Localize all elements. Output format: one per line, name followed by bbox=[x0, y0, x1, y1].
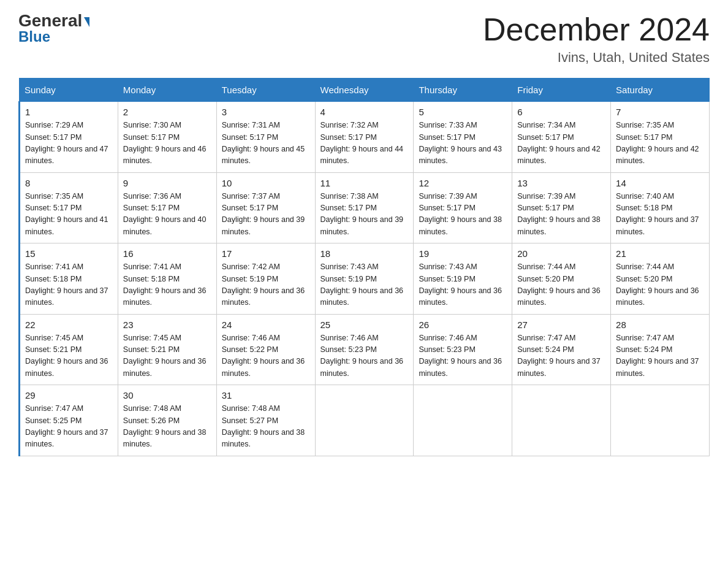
day-number: 1 bbox=[25, 107, 113, 117]
table-row: 22Sunrise: 7:45 AMSunset: 5:21 PMDayligh… bbox=[20, 314, 118, 385]
day-number: 3 bbox=[222, 107, 310, 117]
day-number: 6 bbox=[517, 107, 605, 117]
day-number: 23 bbox=[123, 320, 211, 330]
day-info: Sunrise: 7:48 AMSunset: 5:27 PMDaylight:… bbox=[222, 403, 310, 451]
day-number: 4 bbox=[320, 107, 409, 117]
day-info: Sunrise: 7:29 AMSunset: 5:17 PMDaylight:… bbox=[25, 120, 113, 167]
day-number: 7 bbox=[616, 107, 704, 117]
day-number: 25 bbox=[320, 320, 409, 330]
day-info: Sunrise: 7:45 AMSunset: 5:21 PMDaylight:… bbox=[123, 332, 211, 380]
day-number: 11 bbox=[320, 178, 409, 188]
table-row: 19Sunrise: 7:43 AMSunset: 5:19 PMDayligh… bbox=[414, 243, 512, 315]
day-number: 18 bbox=[320, 248, 409, 259]
table-row bbox=[611, 385, 710, 456]
table-row: 3Sunrise: 7:31 AMSunset: 5:17 PMDaylight… bbox=[216, 102, 315, 173]
table-row: 26Sunrise: 7:46 AMSunset: 5:23 PMDayligh… bbox=[414, 314, 512, 385]
calendar-week-5: 29Sunrise: 7:47 AMSunset: 5:25 PMDayligh… bbox=[20, 385, 710, 456]
header-tuesday: Tuesday bbox=[216, 79, 315, 102]
day-info: Sunrise: 7:33 AMSunset: 5:17 PMDaylight:… bbox=[419, 120, 507, 167]
calendar-week-1: 1Sunrise: 7:29 AMSunset: 5:17 PMDaylight… bbox=[20, 102, 710, 173]
day-number: 14 bbox=[616, 178, 704, 188]
table-row: 16Sunrise: 7:41 AMSunset: 5:18 PMDayligh… bbox=[118, 243, 216, 315]
table-row: 18Sunrise: 7:43 AMSunset: 5:19 PMDayligh… bbox=[315, 243, 414, 315]
header-saturday: Saturday bbox=[611, 79, 710, 102]
day-number: 19 bbox=[419, 248, 507, 259]
day-info: Sunrise: 7:41 AMSunset: 5:18 PMDaylight:… bbox=[123, 261, 211, 309]
table-row: 14Sunrise: 7:40 AMSunset: 5:18 PMDayligh… bbox=[611, 172, 710, 243]
day-number: 9 bbox=[123, 178, 211, 188]
day-info: Sunrise: 7:47 AMSunset: 5:24 PMDaylight:… bbox=[517, 332, 605, 380]
day-number: 24 bbox=[222, 320, 310, 330]
logo-general-text: General bbox=[18, 12, 82, 29]
table-row: 28Sunrise: 7:47 AMSunset: 5:24 PMDayligh… bbox=[611, 314, 710, 385]
day-info: Sunrise: 7:47 AMSunset: 5:25 PMDaylight:… bbox=[25, 403, 113, 451]
calendar-week-2: 8Sunrise: 7:35 AMSunset: 5:17 PMDaylight… bbox=[20, 172, 710, 243]
day-info: Sunrise: 7:34 AMSunset: 5:17 PMDaylight:… bbox=[517, 120, 605, 167]
calendar-header-row: SundayMondayTuesdayWednesdayThursdayFrid… bbox=[20, 79, 710, 102]
table-row: 2Sunrise: 7:30 AMSunset: 5:17 PMDaylight… bbox=[118, 102, 216, 173]
calendar-title: December 2024 bbox=[483, 12, 710, 47]
table-row: 1Sunrise: 7:29 AMSunset: 5:17 PMDaylight… bbox=[20, 102, 118, 173]
day-info: Sunrise: 7:31 AMSunset: 5:17 PMDaylight:… bbox=[222, 120, 310, 167]
day-number: 5 bbox=[419, 107, 507, 117]
header-monday: Monday bbox=[118, 79, 216, 102]
header-wednesday: Wednesday bbox=[315, 79, 414, 102]
day-info: Sunrise: 7:38 AMSunset: 5:17 PMDaylight:… bbox=[320, 191, 409, 239]
table-row bbox=[512, 385, 611, 456]
title-section: December 2024 Ivins, Utah, United States bbox=[483, 12, 710, 66]
day-info: Sunrise: 7:46 AMSunset: 5:22 PMDaylight:… bbox=[222, 332, 310, 380]
day-info: Sunrise: 7:44 AMSunset: 5:20 PMDaylight:… bbox=[517, 261, 605, 309]
day-number: 2 bbox=[123, 107, 211, 117]
day-number: 27 bbox=[517, 320, 605, 330]
day-info: Sunrise: 7:39 AMSunset: 5:17 PMDaylight:… bbox=[419, 191, 507, 239]
table-row: 13Sunrise: 7:39 AMSunset: 5:17 PMDayligh… bbox=[512, 172, 611, 243]
table-row: 15Sunrise: 7:41 AMSunset: 5:18 PMDayligh… bbox=[20, 243, 118, 315]
logo-arrow-icon bbox=[84, 17, 89, 27]
day-info: Sunrise: 7:43 AMSunset: 5:19 PMDaylight:… bbox=[419, 261, 507, 309]
table-row: 8Sunrise: 7:35 AMSunset: 5:17 PMDaylight… bbox=[20, 172, 118, 243]
logo-blue-text: Blue bbox=[18, 29, 89, 44]
day-number: 29 bbox=[25, 390, 113, 400]
day-info: Sunrise: 7:47 AMSunset: 5:24 PMDaylight:… bbox=[616, 332, 704, 380]
table-row: 11Sunrise: 7:38 AMSunset: 5:17 PMDayligh… bbox=[315, 172, 414, 243]
header-friday: Friday bbox=[512, 79, 611, 102]
day-number: 10 bbox=[222, 178, 310, 188]
table-row: 12Sunrise: 7:39 AMSunset: 5:17 PMDayligh… bbox=[414, 172, 512, 243]
table-row: 6Sunrise: 7:34 AMSunset: 5:17 PMDaylight… bbox=[512, 102, 611, 173]
day-info: Sunrise: 7:48 AMSunset: 5:26 PMDaylight:… bbox=[123, 403, 211, 451]
day-number: 12 bbox=[419, 178, 507, 188]
day-info: Sunrise: 7:35 AMSunset: 5:17 PMDaylight:… bbox=[25, 191, 113, 239]
day-number: 30 bbox=[123, 390, 211, 400]
table-row: 20Sunrise: 7:44 AMSunset: 5:20 PMDayligh… bbox=[512, 243, 611, 315]
table-row bbox=[414, 385, 512, 456]
day-number: 28 bbox=[616, 320, 704, 330]
table-row: 21Sunrise: 7:44 AMSunset: 5:20 PMDayligh… bbox=[611, 243, 710, 315]
day-info: Sunrise: 7:39 AMSunset: 5:17 PMDaylight:… bbox=[517, 191, 605, 239]
day-number: 22 bbox=[25, 320, 113, 330]
table-row: 7Sunrise: 7:35 AMSunset: 5:17 PMDaylight… bbox=[611, 102, 710, 173]
page-header: General Blue December 2024 Ivins, Utah, … bbox=[18, 12, 710, 66]
table-row: 30Sunrise: 7:48 AMSunset: 5:26 PMDayligh… bbox=[118, 385, 216, 456]
table-row: 29Sunrise: 7:47 AMSunset: 5:25 PMDayligh… bbox=[20, 385, 118, 456]
day-info: Sunrise: 7:36 AMSunset: 5:17 PMDaylight:… bbox=[123, 191, 211, 239]
day-info: Sunrise: 7:46 AMSunset: 5:23 PMDaylight:… bbox=[419, 332, 507, 380]
day-number: 17 bbox=[222, 248, 310, 259]
day-number: 20 bbox=[517, 248, 605, 259]
calendar-subtitle: Ivins, Utah, United States bbox=[483, 50, 710, 66]
header-thursday: Thursday bbox=[414, 79, 512, 102]
table-row: 4Sunrise: 7:32 AMSunset: 5:17 PMDaylight… bbox=[315, 102, 414, 173]
table-row: 10Sunrise: 7:37 AMSunset: 5:17 PMDayligh… bbox=[216, 172, 315, 243]
day-number: 26 bbox=[419, 320, 507, 330]
day-info: Sunrise: 7:30 AMSunset: 5:17 PMDaylight:… bbox=[123, 120, 211, 167]
day-number: 16 bbox=[123, 248, 211, 259]
day-info: Sunrise: 7:32 AMSunset: 5:17 PMDaylight:… bbox=[320, 120, 409, 167]
day-info: Sunrise: 7:37 AMSunset: 5:17 PMDaylight:… bbox=[222, 191, 310, 239]
day-info: Sunrise: 7:46 AMSunset: 5:23 PMDaylight:… bbox=[320, 332, 409, 380]
day-info: Sunrise: 7:35 AMSunset: 5:17 PMDaylight:… bbox=[616, 120, 704, 167]
table-row: 5Sunrise: 7:33 AMSunset: 5:17 PMDaylight… bbox=[414, 102, 512, 173]
table-row: 17Sunrise: 7:42 AMSunset: 5:19 PMDayligh… bbox=[216, 243, 315, 315]
table-row: 25Sunrise: 7:46 AMSunset: 5:23 PMDayligh… bbox=[315, 314, 414, 385]
day-number: 13 bbox=[517, 178, 605, 188]
calendar-week-4: 22Sunrise: 7:45 AMSunset: 5:21 PMDayligh… bbox=[20, 314, 710, 385]
day-info: Sunrise: 7:44 AMSunset: 5:20 PMDaylight:… bbox=[616, 261, 704, 309]
